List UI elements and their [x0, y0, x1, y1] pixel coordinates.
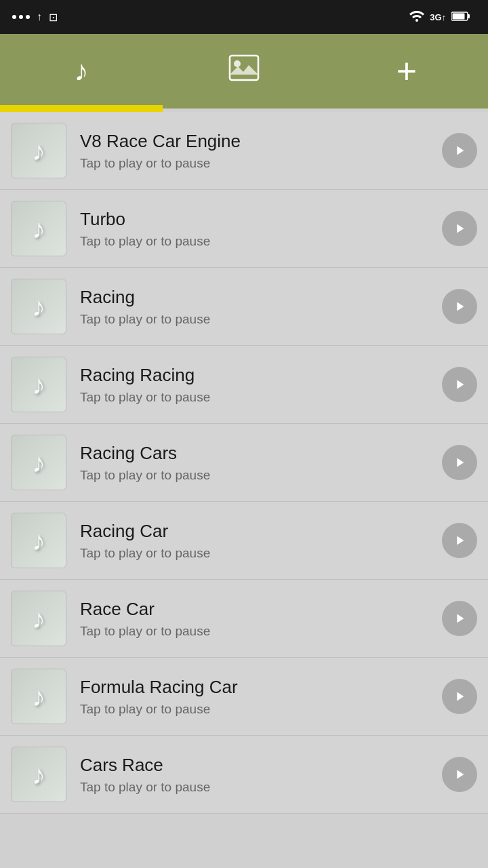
play-button[interactable]: [442, 211, 477, 246]
signal-icon: 3G↑: [430, 12, 446, 22]
battery-icon: [451, 12, 470, 23]
sound-item[interactable]: ♪ Racing Car Tap to play or to pause: [0, 502, 488, 580]
sound-subtitle: Tap to play or to pause: [80, 312, 434, 327]
sound-item[interactable]: ♪ Racing Racing Tap to play or to pause: [0, 346, 488, 424]
sound-info: Racing Tap to play or to pause: [80, 287, 434, 327]
play-button[interactable]: [442, 133, 477, 168]
sound-list: ♪ V8 Race Car Engine Tap to play or to p…: [0, 112, 488, 814]
play-button[interactable]: [442, 445, 477, 480]
music-tab[interactable]: ♪: [0, 34, 163, 108]
sound-item[interactable]: ♪ Race Car Tap to play or to pause: [0, 580, 488, 658]
add-tab[interactable]: +: [325, 34, 488, 108]
music-thumbnail: ♪: [11, 123, 66, 178]
music-icon: ♪: [75, 55, 89, 87]
music-thumbnail: ♪: [11, 747, 66, 802]
sound-info: Turbo Tap to play or to pause: [80, 209, 434, 249]
sound-item[interactable]: ♪ Turbo Tap to play or to pause: [0, 190, 488, 268]
top-bar: ♪ +: [0, 34, 488, 108]
music-thumbnail: ♪: [11, 513, 66, 568]
status-left: ↑ ⊡: [12, 11, 58, 24]
status-right: 3G↑: [409, 11, 476, 24]
sound-item[interactable]: ♪ Racing Cars Tap to play or to pause: [0, 424, 488, 502]
play-button[interactable]: [442, 601, 477, 636]
music-thumbnail: ♪: [11, 357, 66, 412]
sound-item[interactable]: ♪ Formula Racing Car Tap to play or to p…: [0, 658, 488, 736]
sound-info: Race Car Tap to play or to pause: [80, 599, 434, 639]
music-thumbnail: ♪: [11, 669, 66, 724]
sound-info: Racing Cars Tap to play or to pause: [80, 443, 434, 483]
sound-title: Racing: [80, 287, 434, 308]
svg-point-5: [234, 60, 241, 67]
music-thumbnail: ♪: [11, 435, 66, 490]
sound-title: Racing Car: [80, 521, 434, 542]
sound-subtitle: Tap to play or to pause: [80, 624, 434, 639]
svg-rect-3: [453, 13, 465, 19]
sound-info: V8 Race Car Engine Tap to play or to pau…: [80, 131, 434, 171]
svg-point-0: [415, 19, 418, 22]
sound-title: Race Car: [80, 599, 434, 620]
music-thumbnail: ♪: [11, 279, 66, 334]
sound-title: Racing Racing: [80, 365, 434, 386]
music-thumbnail: ♪: [11, 591, 66, 646]
music-note-icon: ♪: [32, 448, 45, 478]
music-note-icon: ♪: [32, 370, 45, 400]
sound-info: Racing Car Tap to play or to pause: [80, 521, 434, 561]
music-note-icon: ♪: [32, 136, 45, 166]
image-tab[interactable]: [163, 34, 325, 108]
play-button[interactable]: [442, 367, 477, 402]
music-note-icon: ♪: [32, 292, 45, 322]
image-icon-tab: [228, 54, 260, 88]
sound-subtitle: Tap to play or to pause: [80, 780, 434, 795]
sound-subtitle: Tap to play or to pause: [80, 156, 434, 171]
music-note-icon: ♪: [32, 682, 45, 712]
sound-subtitle: Tap to play or to pause: [80, 546, 434, 561]
status-bar: ↑ ⊡ 3G↑: [0, 0, 488, 34]
plus-icon: +: [396, 51, 417, 92]
sound-title: V8 Race Car Engine: [80, 131, 434, 152]
music-note-icon: ♪: [32, 760, 45, 790]
play-button[interactable]: [442, 757, 477, 792]
play-button[interactable]: [442, 679, 477, 714]
sound-title: Formula Racing Car: [80, 677, 434, 698]
sound-item[interactable]: ♪ V8 Race Car Engine Tap to play or to p…: [0, 112, 488, 190]
music-note-icon: ♪: [32, 526, 45, 556]
sound-info: Racing Racing Tap to play or to pause: [80, 365, 434, 405]
svg-rect-4: [230, 56, 258, 80]
music-thumbnail: ♪: [11, 201, 66, 256]
music-note-icon: ♪: [32, 214, 45, 244]
sound-info: Cars Race Tap to play or to pause: [80, 755, 434, 795]
music-note-icon: ♪: [32, 604, 45, 634]
svg-rect-2: [468, 14, 470, 18]
dots-icon: [12, 15, 30, 19]
sound-subtitle: Tap to play or to pause: [80, 468, 434, 483]
sound-item[interactable]: ♪ Racing Tap to play or to pause: [0, 268, 488, 346]
sound-item[interactable]: ♪ Cars Race Tap to play or to pause: [0, 736, 488, 814]
wifi-icon: [409, 11, 424, 24]
sound-subtitle: Tap to play or to pause: [80, 390, 434, 405]
play-button[interactable]: [442, 289, 477, 324]
play-button[interactable]: [442, 523, 477, 558]
sound-subtitle: Tap to play or to pause: [80, 234, 434, 249]
upload-icon: ↑: [37, 11, 42, 23]
sound-subtitle: Tap to play or to pause: [80, 702, 434, 717]
sound-title: Turbo: [80, 209, 434, 230]
sound-title: Racing Cars: [80, 443, 434, 464]
image-icon: ⊡: [49, 11, 58, 24]
sound-title: Cars Race: [80, 755, 434, 776]
sound-info: Formula Racing Car Tap to play or to pau…: [80, 677, 434, 717]
